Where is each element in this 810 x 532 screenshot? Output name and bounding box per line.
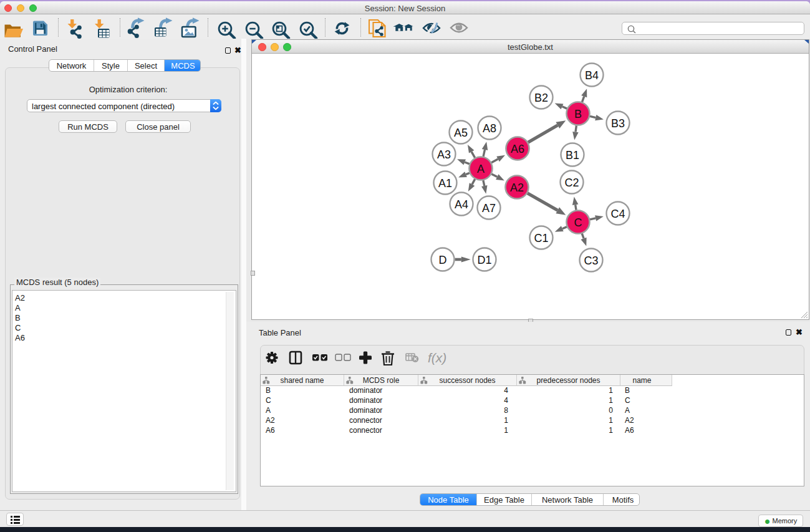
svg-text:A4: A4 xyxy=(455,198,468,211)
svg-text:A: A xyxy=(477,163,485,175)
svg-text:B1: B1 xyxy=(566,149,579,162)
svg-text:C1: C1 xyxy=(534,232,548,244)
svg-text:A2: A2 xyxy=(510,181,524,194)
svg-text:C2: C2 xyxy=(564,177,579,189)
svg-text:A1: A1 xyxy=(438,177,452,190)
svg-text:B3: B3 xyxy=(611,117,625,130)
svg-text:A5: A5 xyxy=(454,127,468,139)
svg-text:D: D xyxy=(439,254,447,266)
svg-text:f(x): f(x) xyxy=(428,351,446,365)
svg-text:C4: C4 xyxy=(610,208,625,220)
svg-text:B: B xyxy=(574,108,582,120)
svg-text:B2: B2 xyxy=(534,92,548,104)
svg-text:A7: A7 xyxy=(482,202,496,215)
svg-text:B4: B4 xyxy=(585,69,599,82)
svg-text:A3: A3 xyxy=(437,148,451,161)
svg-text:C: C xyxy=(574,216,582,229)
svg-text:A8: A8 xyxy=(483,122,496,135)
svg-text:D1: D1 xyxy=(477,254,491,266)
svg-text:A6: A6 xyxy=(511,143,524,155)
svg-text:C3: C3 xyxy=(584,254,598,267)
